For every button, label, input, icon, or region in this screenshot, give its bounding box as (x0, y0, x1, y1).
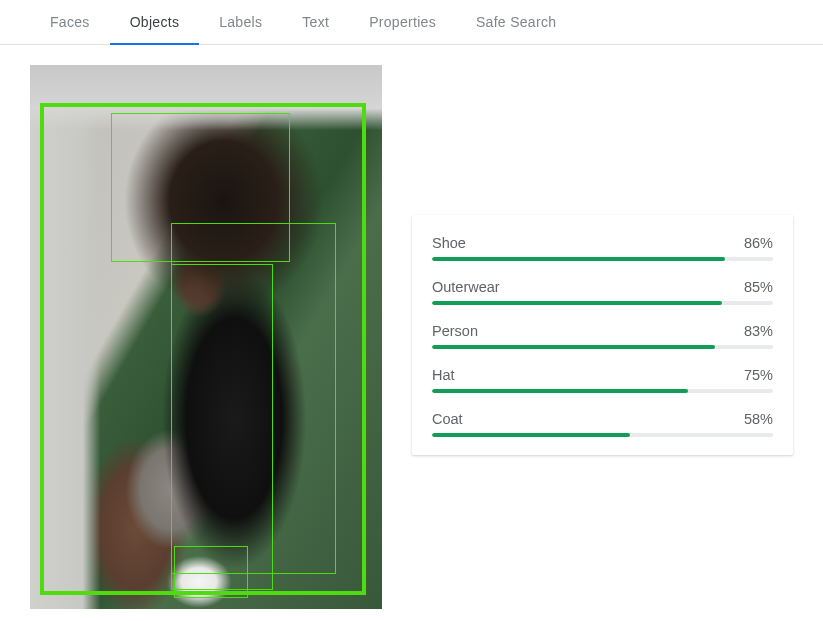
result-header: Outerwear85% (432, 279, 773, 295)
result-label: Person (432, 323, 478, 339)
confidence-bar (432, 389, 773, 393)
confidence-bar (432, 433, 773, 437)
result-confidence: 83% (744, 323, 773, 339)
confidence-bar-fill (432, 433, 630, 437)
tab-faces[interactable]: Faces (30, 0, 110, 44)
tab-objects[interactable]: Objects (110, 0, 200, 44)
result-confidence: 75% (744, 367, 773, 383)
tabs-bar: FacesObjectsLabelsTextPropertiesSafe Sea… (0, 0, 823, 45)
result-label: Hat (432, 367, 455, 383)
tab-properties[interactable]: Properties (349, 0, 456, 44)
confidence-bar-fill (432, 389, 688, 393)
result-label: Outerwear (432, 279, 500, 295)
confidence-bar (432, 345, 773, 349)
tab-labels[interactable]: Labels (199, 0, 282, 44)
result-row[interactable]: Coat58% (432, 411, 773, 437)
result-header: Hat75% (432, 367, 773, 383)
analyzed-image (30, 65, 382, 609)
confidence-bar-fill (432, 345, 715, 349)
image-placeholder (30, 65, 382, 609)
result-row[interactable]: Outerwear85% (432, 279, 773, 305)
result-header: Shoe86% (432, 235, 773, 251)
result-label: Shoe (432, 235, 466, 251)
result-row[interactable]: Hat75% (432, 367, 773, 393)
result-confidence: 85% (744, 279, 773, 295)
tab-safe-search[interactable]: Safe Search (456, 0, 576, 44)
confidence-bar-fill (432, 301, 722, 305)
result-confidence: 86% (744, 235, 773, 251)
results-panel: Shoe86%Outerwear85%Person83%Hat75%Coat58… (412, 215, 793, 455)
confidence-bar (432, 257, 773, 261)
result-confidence: 58% (744, 411, 773, 427)
content-area: Shoe86%Outerwear85%Person83%Hat75%Coat58… (0, 65, 823, 609)
image-panel (30, 65, 382, 609)
result-header: Coat58% (432, 411, 773, 427)
confidence-bar-fill (432, 257, 725, 261)
result-label: Coat (432, 411, 463, 427)
result-row[interactable]: Shoe86% (432, 235, 773, 261)
result-header: Person83% (432, 323, 773, 339)
result-row[interactable]: Person83% (432, 323, 773, 349)
confidence-bar (432, 301, 773, 305)
tab-text[interactable]: Text (282, 0, 349, 44)
